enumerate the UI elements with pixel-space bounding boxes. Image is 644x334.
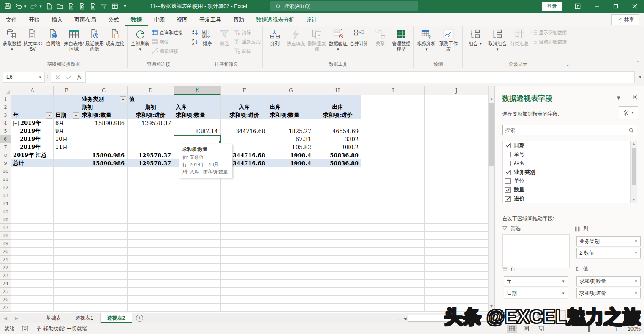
dialog-launcher-icon[interactable]: ⌟ [567,62,572,67]
name-box[interactable]: E6 ▼ [3,72,45,83]
cell-J4[interactable] [425,119,488,127]
cell-H22[interactable] [314,264,361,272]
close-button[interactable] [625,0,644,13]
ribbon-button-显示明细数据[interactable]: +显示明细数据 [530,29,567,36]
cell-H10[interactable] [314,167,361,175]
cell-D14[interactable] [128,199,174,207]
cell-I23[interactable] [361,272,425,280]
cell-F17[interactable] [221,224,268,232]
hscroll-left-icon[interactable]: ◀ [402,316,408,321]
cell-B14[interactable] [54,199,80,207]
open-folder-icon[interactable] [56,2,64,11]
cell-B18[interactable] [54,232,80,240]
area-pill-年[interactable]: 年▼ [504,276,568,286]
row-header-9[interactable]: 9 [0,159,11,167]
cell-A25[interactable] [11,288,54,296]
row-header-19[interactable]: 19 [0,240,11,248]
insert-function-icon[interactable]: fx [77,74,81,81]
ribbon-button-预测工作表[interactable]: 预测工作表 [437,27,459,52]
cell-B8[interactable] [54,151,80,159]
cell-A27[interactable] [11,304,54,312]
cell-J3[interactable] [425,111,488,119]
sort-az-icon[interactable]: AZ [192,29,198,36]
ribbon-button-清除[interactable]: 清除 [234,29,261,36]
cell-F1[interactable] [221,95,268,103]
cell-G18[interactable] [268,232,314,240]
cell-I18[interactable] [361,232,425,240]
cell-E3[interactable]: 求和项:数量 [174,111,221,119]
cell-E18[interactable] [174,232,221,240]
cell-A23[interactable] [11,272,54,280]
ribbon-button-数据验证[interactable]: 数据验证 ▼ [328,27,349,52]
cell-H18[interactable] [314,232,361,240]
area-box-columns[interactable]: 业务类别▼Σ 数值▼ [575,234,642,268]
cell-G15[interactable] [268,207,314,215]
cell-J13[interactable] [425,191,488,199]
sort-za-icon[interactable]: ZA [192,38,198,46]
cell-C19[interactable] [80,240,128,248]
pill-caret-icon[interactable]: ▼ [562,280,565,283]
cell-G27[interactable] [268,304,314,312]
cell-H23[interactable] [314,272,361,280]
column-header-D[interactable]: D [128,86,174,95]
row-header-24[interactable]: 24 [0,280,11,288]
name-box-caret-icon[interactable]: ▼ [38,75,42,79]
ribbon-button-获取数据[interactable]: 获取数据 ▼ [2,27,22,52]
cell-F27[interactable] [221,304,268,312]
cell-D20[interactable] [128,248,174,256]
cell-F5[interactable]: 344716.68 [221,127,268,135]
sheet-nav-right-icon[interactable]: ▶ [11,313,22,323]
cell-H2[interactable]: 出库 [314,103,361,111]
cell-B25[interactable] [54,288,80,296]
collapse-ribbon-icon[interactable]: ⌃ [636,60,640,66]
cell-B20[interactable] [54,248,80,256]
cell-J10[interactable] [425,167,488,175]
pane-options-caret-icon[interactable]: ▼ [616,94,621,101]
save-icon[interactable] [3,2,12,11]
cell-C8[interactable]: 15890.986 [80,151,128,159]
cell-H19[interactable] [314,240,361,248]
pivot-filter-icon[interactable] [46,112,52,119]
cell-F3[interactable]: 求和项:进价 [221,111,268,119]
cell-C25[interactable] [80,288,128,296]
cell-D27[interactable] [128,304,174,312]
cell-B19[interactable] [54,240,80,248]
cell-D17[interactable] [128,224,174,232]
ribbon-button-从文本/CSV[interactable]: 从文本/CSV [22,27,43,52]
ribbon-button-来自表格/区域[interactable]: 来自表格/区域 [63,27,84,52]
cell-B16[interactable] [54,215,80,224]
cell-F19[interactable] [221,240,268,248]
cell-C4[interactable]: 15890.986 [80,119,128,127]
field-checkbox[interactable] [505,196,511,202]
row-header-7[interactable]: 7 [0,143,11,151]
cell-G19[interactable] [268,240,314,248]
pivot-filter-icon[interactable] [120,96,126,102]
cell-F23[interactable] [221,272,268,280]
row-header-17[interactable]: 17 [0,224,11,232]
pane-close-icon[interactable] [632,94,637,101]
cell-A22[interactable] [11,264,54,272]
cell-B7[interactable]: 11月 [54,143,80,151]
cell-A19[interactable] [11,240,54,248]
ribbon-button-自网站[interactable]: 自网站 [43,27,64,46]
cell-I25[interactable] [361,288,425,296]
cell-E25[interactable] [174,288,221,296]
field-item-单位[interactable]: 单位 [503,177,637,186]
cell-C22[interactable] [80,264,128,272]
cell-J6[interactable] [425,135,488,143]
column-header-A[interactable]: A [11,86,54,95]
cell-F20[interactable] [221,248,268,256]
cell-D10[interactable] [128,167,174,175]
cell-G5[interactable]: 1825.27 [268,127,314,135]
cell-H5[interactable]: 46554.69 [314,127,361,135]
ribbon-tab-11[interactable]: 设计 [300,13,323,26]
cell-B10[interactable] [54,167,80,175]
print-check-icon[interactable] [67,2,75,11]
cell-B22[interactable] [54,264,80,272]
redo-icon[interactable] [30,2,38,11]
cell-A14[interactable] [11,199,54,207]
column-header-B[interactable]: B [54,86,80,95]
cell-D22[interactable] [128,264,174,272]
row-header-16[interactable]: 16 [0,215,11,224]
cell-H7[interactable]: 980.2 [314,143,361,151]
